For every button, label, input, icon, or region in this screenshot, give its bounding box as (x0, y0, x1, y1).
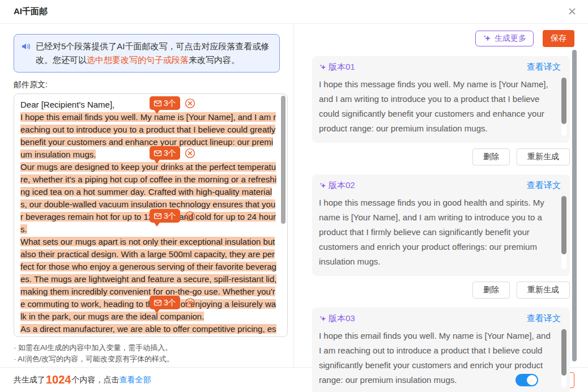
delete-button[interactable]: 删除 (472, 282, 510, 299)
sparkle-icon (319, 315, 327, 323)
ai-email-dialog: AI千面邮 ✕ 已经对5个段落提供了AI千面邮改写，可点击对应段落查看或修改。您… (0, 0, 588, 392)
email-paragraph: As a direct manufacturer, we are able to… (20, 323, 277, 337)
save-button[interactable]: 保存 (543, 30, 574, 47)
generated-prefix: 共生成了 (14, 375, 45, 385)
email-paragraph: What sets our mugs apart is not only the… (20, 236, 277, 323)
generated-summary: 共生成了 1024 个内容，点击 查看全部 (14, 373, 151, 386)
card-scrollbar-thumb[interactable] (561, 196, 566, 254)
close-icon[interactable]: ✕ (565, 5, 579, 19)
regenerate-button[interactable]: 重新生成 (517, 282, 570, 299)
versions-count-badge[interactable]: 3个 (150, 146, 180, 160)
paragraph-badge-group: 3个 (150, 296, 195, 309)
version-card-actions: 删除 重新生成 (312, 282, 570, 299)
version-title-label: 版本03 (329, 313, 355, 324)
card-scrollbar-thumb[interactable] (561, 78, 566, 124)
email-paragraph: Our mugs are designed to keep your drink… (20, 161, 277, 236)
card-scrollbar-thumb[interactable] (561, 329, 566, 376)
version-title-label: 版本02 (329, 180, 355, 191)
version-card: 版本02 查看译文 I hope this message finds you … (312, 174, 570, 299)
delete-button[interactable]: 删除 (472, 148, 510, 165)
notice-banner: 已经对5个段落提供了AI千面邮改写，可点击对应段落查看或修改。您还可以选中想要改… (14, 34, 280, 73)
email-paragraph: I hope this email finds you well. My nam… (20, 111, 277, 161)
envelope-icon (154, 212, 162, 220)
dialog-header: AI千面邮 ✕ (0, 0, 588, 24)
sparkle-icon (483, 34, 492, 43)
version-title: 版本03 (319, 313, 355, 324)
generate-more-label: 生成更多 (495, 33, 526, 44)
versions-count-badge[interactable]: 3个 (150, 96, 180, 110)
hint-note-line: · AI润色/改写的内容，可能改变原有字体的样式。 (14, 353, 293, 365)
generated-suffix: 个内容，点击 (72, 375, 120, 385)
regenerate-button[interactable]: 重新生成 (517, 148, 570, 165)
versions-actions-row: 生成更多 保存 (294, 30, 588, 47)
hint-notes: · 如需在AI生成的内容中加入变量，需手动插入。 · AI润色/改写的内容，可能… (14, 342, 293, 365)
badge-label: 3个 (164, 147, 176, 159)
envelope-icon (154, 149, 162, 157)
original-email-textarea[interactable]: Dear [Recipient's Name], I hope this ema… (14, 93, 288, 337)
hint-note-line: · 如需在AI生成的内容中加入变量，需手动插入。 (14, 342, 293, 353)
paragraph-badge-group: 3个 (150, 209, 195, 223)
email-scrollbar-thumb[interactable] (281, 96, 286, 224)
view-translation-link[interactable]: 查看译文 (527, 62, 561, 73)
version-card-actions: 删除 重新生成 (312, 148, 570, 165)
dismiss-circle-icon[interactable] (185, 211, 195, 221)
dialog-title: AI千面邮 (14, 6, 48, 17)
view-translation-link[interactable]: 查看译文 (527, 180, 561, 191)
email-greeting: Dear [Recipient's Name], (20, 99, 277, 111)
notice-text: 已经对5个段落提供了AI千面邮改写，可点击对应段落查看或修改。您还可以选中想要改… (36, 40, 272, 67)
versions-count-badge[interactable]: 3个 (150, 296, 180, 309)
view-translation-link[interactable]: 查看译文 (527, 313, 561, 324)
sparkle-icon (319, 182, 327, 190)
feature-toggle[interactable] (515, 374, 538, 386)
dismiss-circle-icon[interactable] (185, 148, 195, 159)
notice-text-after: 来改写内容。 (189, 55, 240, 65)
generated-count: 1024 (46, 373, 71, 386)
toggle-knob (527, 375, 537, 385)
generate-more-button[interactable]: 生成更多 (475, 31, 534, 46)
speaker-icon (21, 41, 31, 67)
badge-label: 3个 (164, 210, 176, 222)
versions-list: 版本01 查看译文 I hope this message finds you … (312, 56, 570, 392)
version-card: 版本01 查看译文 I hope this message finds you … (312, 56, 570, 165)
version-title: 版本02 (319, 180, 355, 191)
card-scrollbar[interactable] (561, 329, 566, 387)
envelope-icon (154, 99, 162, 108)
card-scrollbar[interactable] (561, 196, 566, 269)
versions-panel: 生成更多 保存 版本01 查看译文 I hop (294, 24, 588, 367)
paragraph-badge-group: 3个 (150, 146, 195, 160)
dismiss-circle-icon[interactable] (185, 297, 195, 308)
version-text: I hope this message finds you in good he… (319, 195, 561, 269)
card-scrollbar[interactable] (561, 78, 566, 136)
panel-scrollbar-thumb[interactable] (572, 50, 577, 361)
version-title-label: 版本01 (329, 62, 355, 73)
view-all-link[interactable]: 查看全部 (120, 375, 151, 385)
sparkle-icon (319, 63, 327, 71)
versions-count-badge[interactable]: 3个 (150, 209, 180, 223)
badge-label: 3个 (164, 296, 176, 309)
paragraph-badge-group: 3个 (150, 96, 195, 110)
original-email-label: 邮件原文: (14, 80, 293, 90)
original-email-panel: 已经对5个段落提供了AI千面邮改写，可点击对应段落查看或修改。您还可以选中想要改… (0, 24, 294, 367)
envelope-icon (154, 299, 162, 307)
version-text: I hope this message finds you well. My n… (319, 77, 561, 136)
dismiss-circle-icon[interactable] (185, 98, 195, 109)
version-title: 版本01 (319, 62, 355, 73)
notice-text-emphasis: 选中想要改写的句子或段落 (87, 55, 189, 65)
badge-label: 3个 (164, 97, 176, 109)
